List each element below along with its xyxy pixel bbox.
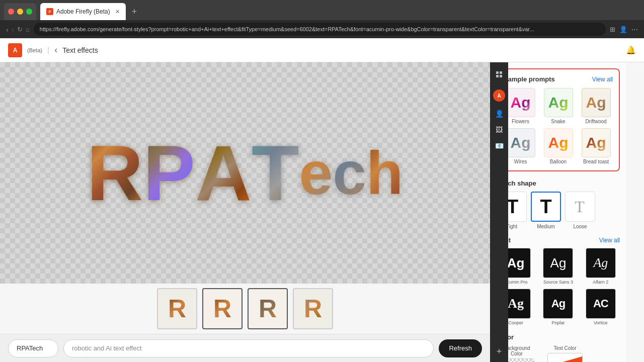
nav-back[interactable]: ‹ (6, 25, 9, 34)
address-bar-row: ‹ › ↻ ⌂ https://firefly.adobe.com/genera… (0, 20, 644, 38)
font-alfarn[interactable]: Ag Alfarn 2 (582, 248, 620, 285)
adobe-logo: A (8, 43, 22, 57)
sample-prompts-view-all[interactable]: View all (592, 76, 613, 83)
font-poplar[interactable]: Ag Poplar (539, 289, 577, 325)
alfarn-label: Alfarn 2 (593, 280, 608, 285)
font-sourcesans[interactable]: Ag Source Sans 3 (539, 248, 577, 285)
nav-home[interactable]: ⌂ (26, 26, 30, 33)
prompt-input[interactable]: robotic and Ai text effect (63, 339, 434, 357)
balloon-label: Balloon (550, 159, 567, 164)
letter-h: h (366, 137, 403, 209)
thumbnail-2[interactable]: R (202, 288, 243, 329)
match-shape-header: Match shape (497, 178, 620, 188)
prompt-driftwood[interactable]: Ag Driftwood (579, 88, 613, 124)
browser-chrome: F Adobe Firefly (Beta) ✕ + (0, 0, 644, 20)
medium-label: Medium (537, 224, 555, 229)
browser-extensions-icon[interactable]: ⊞ (610, 26, 615, 33)
letter-e: e (299, 137, 333, 209)
refresh-button[interactable]: Refresh (439, 339, 482, 357)
color-section: Color Background Color Taior Text Color … (497, 332, 620, 362)
font-section: Font View all Ag Acumin Pro Ag Source Sa… (497, 236, 620, 325)
canvas-wrapper: R P A T e c h R R R R (0, 62, 490, 362)
letter-c: c (333, 137, 366, 209)
bottom-prompt-bar: RPATech robotic and Ai text effect Refre… (0, 334, 490, 362)
text-value: RPATech (17, 344, 43, 352)
shape-loose[interactable]: T Loose (565, 192, 595, 229)
prompt-wires[interactable]: Ag Wires (504, 128, 537, 164)
font-grid: Ag Acumin Pro Ag Source Sans 3 Ag Alfarn… (497, 248, 620, 325)
poplar-label: Poplar (551, 320, 565, 325)
styled-letters: R P A T e c h (87, 134, 404, 212)
right-panel: Sample prompts View all Ag Flowers Ag Sn… (490, 62, 626, 362)
thumbnail-4[interactable]: R (293, 288, 333, 329)
font-header: Font View all (497, 236, 620, 244)
prompt-snake[interactable]: Ag Snake (541, 88, 575, 124)
text-color-swatch[interactable] (547, 353, 583, 362)
match-shape-section: Match shape T Tight T Medium T (497, 178, 620, 229)
breadtoast-label: Bread toast (583, 159, 609, 164)
browser-tab-active[interactable]: F Adobe Firefly (Beta) ✕ (40, 3, 126, 20)
divider: | (47, 46, 49, 55)
letter-A: A (195, 134, 252, 212)
font-view-all[interactable]: View all (599, 237, 620, 244)
tool-icon-adobe[interactable]: A (493, 89, 505, 102)
svg-rect-3 (500, 75, 502, 77)
svg-rect-2 (496, 75, 499, 77)
letter-R: R (87, 134, 143, 212)
tab-title: Adobe Firefly (Beta) (56, 8, 110, 15)
browser-profile-icon[interactable]: 👤 (619, 26, 627, 33)
color-header: Color (497, 332, 620, 341)
color-row: Background Color Taior Text Color Taior (497, 345, 620, 362)
nav-refresh[interactable]: ↻ (17, 26, 23, 33)
driftwood-label: Driftwood (585, 119, 606, 124)
address-bar[interactable]: https://firefly.adobe.com/generate/font-… (34, 23, 606, 36)
page-title: Text effects (62, 46, 98, 54)
prompt-breadtoast[interactable]: Ag Bread toast (579, 128, 613, 164)
window-close[interactable] (8, 9, 14, 15)
tool-icon-image[interactable]: 🖼 (496, 126, 503, 134)
main-layout: A 👤 🖼 📧 + R P A T e c h R (0, 62, 644, 362)
text-color-label: Text Color (545, 345, 585, 351)
thumbnail-strip: R R R R (0, 284, 490, 334)
letter-T: T (252, 134, 299, 212)
text-color-col: Text Color Taior (545, 345, 585, 362)
wires-label: Wires (514, 159, 527, 164)
window-maximize[interactable] (26, 9, 32, 15)
thumbnail-1[interactable]: R (157, 288, 197, 329)
font-vortice[interactable]: AC Vortice (582, 289, 620, 325)
window-minimize[interactable] (17, 9, 23, 15)
shape-medium[interactable]: T Medium (531, 192, 561, 229)
app-header: A (Beta) | ‹ Text effects 🔔 (0, 38, 644, 62)
shape-options: T Tight T Medium T Loose (497, 192, 620, 229)
notification-icon[interactable]: 🔔 (626, 45, 636, 55)
url-text: https://firefly.adobe.com/generate/font-… (40, 26, 534, 32)
tool-icon-add[interactable]: + (497, 346, 502, 357)
letter-P: P (143, 134, 195, 212)
nav-forward[interactable]: › (12, 25, 14, 34)
prompt-flowers[interactable]: Ag Flowers (504, 88, 537, 124)
tool-icon-1[interactable] (492, 67, 506, 81)
loose-label: Loose (573, 224, 587, 229)
text-input[interactable]: RPATech (8, 339, 58, 357)
browser-menu-icon[interactable]: ⋯ (631, 26, 638, 33)
tool-icon-outlook[interactable]: 📧 (495, 142, 504, 150)
refresh-label: Refresh (449, 344, 472, 352)
vortice-label: Vortice (594, 320, 608, 325)
sample-prompts-grid: Ag Flowers Ag Snake Ag Driftwood (504, 88, 613, 164)
sample-prompts-title: Sample prompts (504, 75, 555, 83)
beta-label: (Beta) (27, 47, 42, 53)
sourcesans-label: Source Sans 3 (543, 280, 573, 285)
sample-prompts-header: Sample prompts View all (504, 75, 613, 83)
back-button[interactable]: ‹ (54, 45, 57, 55)
new-tab-button[interactable]: + (128, 3, 141, 20)
flowers-label: Flowers (512, 119, 529, 124)
snake-label: Snake (551, 119, 565, 124)
tool-icon-person[interactable]: 👤 (495, 110, 504, 118)
tab-close-icon[interactable]: ✕ (115, 9, 120, 15)
cooper-label: Cooper (508, 320, 523, 325)
prompt-balloon[interactable]: Ag Balloon (541, 128, 575, 164)
thumbnail-3[interactable]: R (248, 288, 288, 329)
svg-rect-0 (496, 71, 499, 74)
prompt-value: robotic and Ai text effect (72, 344, 142, 352)
canvas-text-display: R P A T e c h (0, 62, 490, 284)
